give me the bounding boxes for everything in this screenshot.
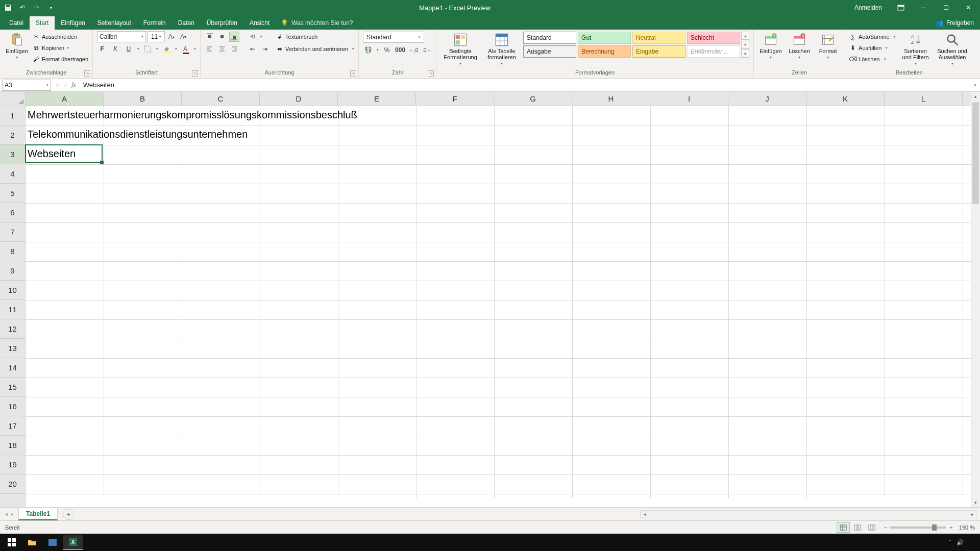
clear-button[interactable]: ⌫Löschen▾ [849,54,896,64]
cancel-formula-icon[interactable]: ✕ [55,82,60,89]
style-gut[interactable]: Gut [578,32,631,44]
normal-view-button[interactable] [837,522,850,533]
copy-button[interactable]: ⧉Kopieren▾ [33,43,88,53]
tray-chevron-icon[interactable]: ˄ [948,539,951,546]
fx-icon[interactable]: fx [71,81,76,89]
column-header[interactable]: I [650,92,728,106]
number-format-combo[interactable]: Standard▾ [363,32,424,43]
font-color-button[interactable]: A [180,44,190,54]
column-header[interactable]: F [416,92,494,106]
formula-input[interactable]: Webseiten [80,81,970,89]
font-name-combo[interactable]: Calibri▾ [97,31,146,42]
column-header[interactable]: C [182,92,260,106]
row-header[interactable]: 15 [0,378,25,397]
style-ausgabe[interactable]: Ausgabe [523,45,576,58]
italic-button[interactable]: K [110,44,120,54]
format-as-table-button[interactable]: Als Tabelle formatieren▾ [483,32,520,66]
zoom-in-button[interactable]: + [949,524,952,531]
align-top-icon[interactable] [205,32,215,42]
align-center-icon[interactable] [217,44,227,54]
column-header[interactable]: J [728,92,806,106]
minimize-button[interactable]: ─ [915,0,932,15]
expand-formula-bar-icon[interactable]: ▾ [970,83,980,88]
percent-format-icon[interactable]: % [382,45,392,55]
row-header[interactable]: 19 [0,455,25,474]
row-header[interactable]: 12 [0,319,25,339]
row-header[interactable]: 5 [0,184,25,203]
row-header[interactable]: 1 [0,106,25,126]
zoom-out-button[interactable]: − [884,524,887,531]
column-header[interactable]: G [494,92,572,106]
orientation-icon[interactable]: ⟲ [248,32,258,42]
find-select-button[interactable]: Suchen und Auswählen▾ [936,32,969,66]
font-size-combo[interactable]: 11▾ [148,31,165,42]
row-header[interactable]: 13 [0,339,25,358]
sheet-tab-1[interactable]: Tabelle1 [18,508,58,520]
dialog-launcher-icon[interactable]: ↘ [84,70,90,77]
decrease-font-icon[interactable]: A▾ [178,32,188,42]
row-header[interactable]: 16 [0,397,25,416]
column-header[interactable]: E [338,92,416,106]
fill-button[interactable]: ⬇Ausfüllen▾ [849,43,896,53]
cut-button[interactable]: ✂Ausschneiden [33,32,88,42]
merge-center-button[interactable]: ⬌Verbinden und zentrieren▾ [276,44,354,54]
tray-volume-icon[interactable]: 🔊 [957,539,964,546]
column-header[interactable]: L [885,92,963,106]
column-header[interactable]: A [26,92,104,106]
decrease-indent-icon[interactable]: ⇤ [248,44,258,54]
column-header[interactable]: K [806,92,885,106]
tab-review[interactable]: Überprüfen [201,16,243,30]
align-bottom-icon[interactable] [229,32,239,42]
tab-pagelayout[interactable]: Seitenlayout [91,16,137,30]
sort-filter-button[interactable]: AZSortieren und Filtern▾ [899,32,933,66]
delete-cells-button[interactable]: ✕Löschen▾ [787,32,812,60]
row-header[interactable]: 10 [0,281,25,300]
align-right-icon[interactable] [229,44,239,54]
add-sheet-button[interactable]: ＋ [63,509,74,520]
tab-file[interactable]: Datei [3,16,30,30]
start-button[interactable] [2,535,21,550]
increase-decimal-icon[interactable]: ←,0 [408,45,419,55]
qat-customize-icon[interactable]: ▾ [47,4,55,12]
row-header[interactable]: 3 [0,145,25,164]
fill-handle[interactable] [100,161,104,164]
scroll-up-icon[interactable]: ▴ [971,92,980,101]
scroll-left-icon[interactable]: ◂ [641,511,649,518]
dialog-launcher-icon[interactable]: ↘ [350,70,356,77]
ribbon-display-icon[interactable] [892,0,910,15]
underline-button[interactable]: U [124,44,134,54]
zoom-slider[interactable] [890,527,946,529]
cells-area[interactable]: Mehrwertsteuerharmonierungskompromisslös… [26,106,971,498]
style-eingabe[interactable]: Eingabe [632,45,685,58]
dialog-launcher-icon[interactable]: ↘ [192,70,198,77]
insert-cells-button[interactable]: +Einfügen▾ [758,32,783,60]
paste-button[interactable]: Einfügen ▾ [4,32,30,60]
bold-button[interactable]: F [97,44,107,54]
tab-data[interactable]: Daten [172,16,201,30]
format-cells-button[interactable]: Format▾ [815,32,841,60]
row-header[interactable]: 17 [0,416,25,436]
scroll-down-icon[interactable]: ▾ [971,498,980,507]
row-header[interactable]: 8 [0,242,25,261]
signin-link[interactable]: Anmelden [854,4,882,11]
enter-formula-icon[interactable]: ✓ [63,82,68,89]
format-painter-button[interactable]: 🖌Format übertragen [33,54,88,64]
select-all-corner[interactable] [0,92,26,106]
styles-more-icon[interactable]: ▾ [741,49,749,58]
decrease-decimal-icon[interactable]: ,0→ [422,45,432,55]
column-header[interactable]: B [104,92,182,106]
tab-home[interactable]: Start [30,16,55,30]
row-header[interactable]: 4 [0,164,25,184]
taskbar-excel[interactable]: X [63,535,83,550]
share-button[interactable]: 👥 Freigeben [929,16,980,30]
borders-button[interactable] [142,44,153,54]
row-header[interactable]: 14 [0,358,25,378]
tab-view[interactable]: Ansicht [243,16,276,30]
scrollbar-thumb[interactable] [972,102,979,204]
name-box[interactable]: A3▾ [2,80,51,91]
vertical-scrollbar[interactable]: ▴ ▾ [971,92,980,507]
taskbar-explorer[interactable] [22,535,42,550]
taskbar-app[interactable] [43,535,62,550]
close-button[interactable]: ✕ [960,0,977,15]
fill-color-button[interactable] [161,44,172,54]
